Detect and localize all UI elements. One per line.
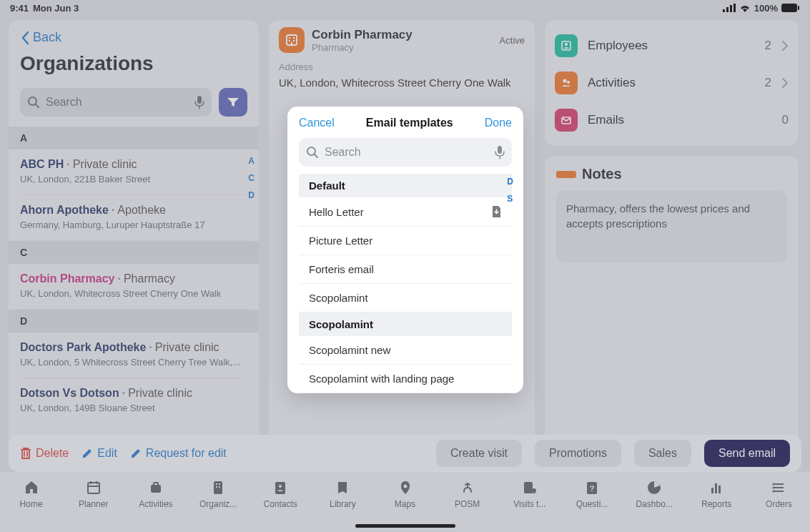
template-label: Picture Letter [309, 235, 372, 247]
modal-title: Email templates [366, 117, 453, 129]
template-label: Forteris email [309, 263, 374, 275]
template-label: Scopolamint [309, 292, 368, 304]
modal-search-wrapper[interactable] [299, 138, 512, 167]
template-row[interactable]: Forteris email [299, 255, 512, 284]
template-label: Scopolamint with landing page [309, 373, 454, 385]
template-label: Hello Letter [309, 206, 364, 218]
template-label: Scopolamint new [309, 344, 390, 356]
modal-alpha-index[interactable]: D S [507, 177, 513, 204]
modal-alpha-item[interactable]: D [507, 177, 513, 187]
cancel-button[interactable]: Cancel [299, 117, 335, 129]
template-row[interactable]: Scopolamint with landing page [299, 365, 512, 393]
email-templates-modal: Cancel Email templates Done DefaultHello… [287, 107, 523, 393]
template-row[interactable]: Scopolamint [299, 284, 512, 312]
download-icon[interactable] [490, 205, 502, 218]
template-row[interactable]: Hello Letter [299, 197, 512, 227]
template-row[interactable]: Scopolamint new [299, 336, 512, 365]
template-section-header: Default [299, 174, 512, 197]
mic-icon[interactable] [495, 145, 505, 159]
search-icon [306, 146, 319, 159]
modal-alpha-item[interactable]: S [507, 194, 513, 204]
svg-rect-50 [498, 146, 502, 154]
modal-search-input[interactable] [325, 146, 489, 159]
template-section-header: Scopolamint [299, 312, 512, 336]
template-row[interactable]: Picture Letter [299, 227, 512, 255]
svg-line-49 [315, 154, 317, 157]
done-button[interactable]: Done [485, 117, 512, 129]
